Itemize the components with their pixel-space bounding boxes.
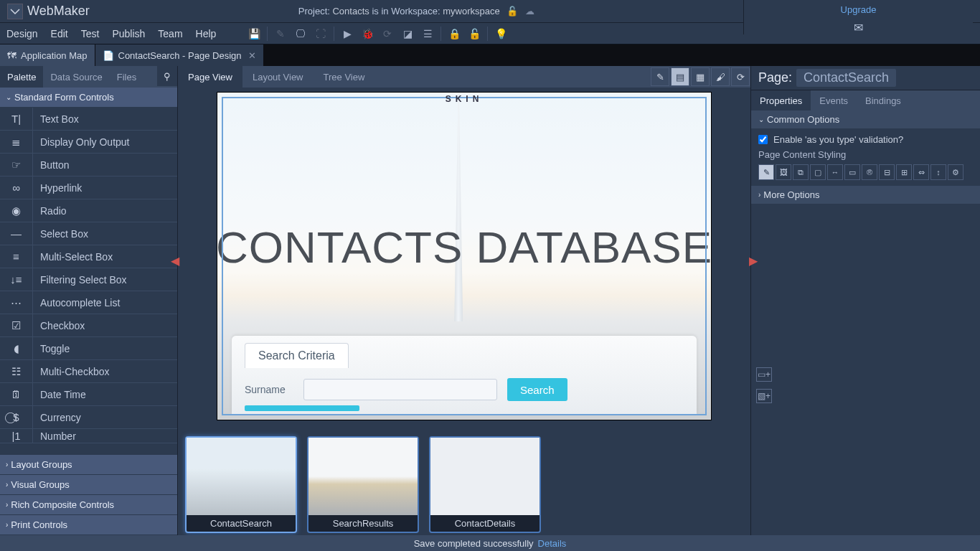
palette-section-rich-composite[interactable]: ›Rich Composite Controls <box>0 495 177 515</box>
control-button[interactable]: ☞Button <box>0 154 177 176</box>
right-tab-events[interactable]: Events <box>811 90 857 110</box>
control-multi-checkbox[interactable]: ☷Multi-Checkbox <box>0 360 177 383</box>
upgrade-link[interactable]: Upgrade <box>841 4 877 15</box>
control-date-time[interactable]: 🗓Date Time <box>0 383 177 406</box>
palette-section-visual-groups[interactable]: ›Visual Groups <box>0 475 177 495</box>
style-pencil-icon[interactable]: ✎ <box>758 164 774 180</box>
design-canvas[interactable]: SKIN CONTACTS DATABASE Search Criteria S… <box>217 92 712 420</box>
status-message: Save completed successfully <box>414 538 534 549</box>
tab-contact-search[interactable]: 📄 ContactSearch - Page Design ✕ <box>95 44 265 66</box>
unlock-icon[interactable]: 🔓 <box>507 6 518 17</box>
monitor-icon[interactable]: 🖵 <box>291 24 311 44</box>
debug-icon[interactable]: 🐞 <box>357 24 377 44</box>
page-thumbnail-strip: ContactSearch SearchResults ContactDetai… <box>178 433 750 535</box>
bulb-icon[interactable]: 💡 <box>491 24 511 44</box>
control-currency[interactable]: ⃝$Currency <box>0 406 177 429</box>
control-multi-select-box[interactable]: ≡Multi-Select Box <box>0 245 177 268</box>
style-varrow-icon[interactable]: ↕ <box>930 164 946 180</box>
right-tab-bindings[interactable]: Bindings <box>857 90 910 110</box>
styling-tool-row: ✎ 🖼 ⧉ ▢ ↔ ▭ ® ⊟ ⊞ ⇔ ↕ ⚙ <box>758 164 973 180</box>
status-details-link[interactable]: Details <box>538 538 567 549</box>
control-text-box[interactable]: T|Text Box <box>0 108 177 131</box>
server-icon[interactable]: ☰ <box>418 24 438 44</box>
palette-tool-icon[interactable]: ⚲ <box>157 66 177 86</box>
add-page-multi-icon[interactable]: ▧+ <box>756 389 772 403</box>
left-tab-palette[interactable]: Palette <box>0 66 43 88</box>
enable-validation-checkbox[interactable]: Enable 'as you type' validation? <box>758 134 973 145</box>
thumb-search-results[interactable]: SearchResults <box>307 436 419 533</box>
thumb-contact-details[interactable]: ContactDetails <box>429 436 541 533</box>
style-box-icon[interactable]: ▢ <box>810 164 826 180</box>
canvas-tool-edit-icon[interactable]: ✎ <box>651 67 669 86</box>
text-box-icon: T| <box>0 108 33 131</box>
play-icon[interactable]: ▶ <box>337 24 357 44</box>
lock-icon[interactable]: 🔒 <box>444 24 464 44</box>
style-rect-icon[interactable]: ▭ <box>844 164 860 180</box>
menu-team[interactable]: Team <box>151 28 189 39</box>
right-tab-properties[interactable]: Properties <box>751 90 811 110</box>
menu-publish[interactable]: Publish <box>105 28 151 39</box>
palette-section-print-controls[interactable]: ›Print Controls <box>0 515 177 535</box>
menu-edit[interactable]: Edit <box>44 28 75 39</box>
control-filtering-select-box[interactable]: ↓≡Filtering Select Box <box>0 268 177 291</box>
canvas-tool-layout2-icon[interactable]: ▦ <box>691 67 710 86</box>
style-copy-icon[interactable]: ⧉ <box>793 164 809 180</box>
search-button[interactable]: Search <box>507 378 567 401</box>
control-autocomplete-list[interactable]: ⋯Autocomplete List <box>0 291 177 314</box>
control-toggle[interactable]: ◖Toggle <box>0 337 177 360</box>
style-reg-icon[interactable]: ® <box>862 164 877 180</box>
control-display-only-output[interactable]: ≣Display Only Output <box>0 131 177 154</box>
control-checkbox[interactable]: ☑Checkbox <box>0 314 177 337</box>
style-plus-icon[interactable]: ⊞ <box>896 164 912 180</box>
prev-page-arrow-icon[interactable]: ◀ <box>171 254 179 268</box>
control-number[interactable]: |1Number <box>0 429 177 443</box>
palette-section-standard-form[interactable]: ⌄ Standard Form Controls <box>0 88 177 108</box>
menu-test[interactable]: Test <box>75 28 106 39</box>
chevron-right-icon: › <box>758 191 760 199</box>
close-icon[interactable]: ✕ <box>248 50 256 61</box>
palette-section-layout-groups[interactable]: ›Layout Groups <box>0 455 177 475</box>
view-tab-tree[interactable]: Tree View <box>314 66 375 88</box>
surname-input[interactable] <box>303 379 497 400</box>
view-tab-layout[interactable]: Layout View <box>242 66 314 88</box>
add-page-single-icon[interactable]: ▭+ <box>756 367 772 382</box>
style-gear-icon[interactable]: ⚙ <box>948 164 963 180</box>
unlock-icon-toolbar[interactable]: 🔓 <box>464 24 484 44</box>
menu-help[interactable]: Help <box>189 28 223 39</box>
prop-section-more-options[interactable]: › More Options <box>751 186 980 204</box>
filtering-select-icon: ↓≡ <box>0 268 33 291</box>
palette-control-list[interactable]: T|Text Box ≣Display Only Output ☞Button … <box>0 108 177 455</box>
chevron-down-icon: ⌄ <box>6 93 11 101</box>
skin-label[interactable]: SKIN <box>446 94 484 104</box>
cloud-icon[interactable]: ☁ <box>525 6 534 17</box>
thumb-contact-search[interactable]: ContactSearch <box>185 436 297 533</box>
style-arrows-icon[interactable]: ⇔ <box>913 164 929 180</box>
style-minus-icon[interactable]: ⊟ <box>879 164 895 180</box>
canvas-tool-refresh-icon[interactable]: ⟳ <box>731 67 750 86</box>
control-hyperlink[interactable]: ∞Hyperlink <box>0 176 177 199</box>
radio-icon: ◉ <box>0 199 33 222</box>
canvas-tool-brush-icon[interactable]: 🖌 <box>711 67 730 86</box>
secondary-button-strip[interactable] <box>245 405 359 411</box>
next-page-arrow-icon[interactable]: ▶ <box>749 254 758 268</box>
control-radio[interactable]: ◉Radio <box>0 199 177 222</box>
menu-design[interactable]: Design <box>0 28 44 39</box>
tab-application-map[interactable]: 🗺 Application Map <box>0 44 95 66</box>
validation-checkbox-input[interactable] <box>758 135 768 144</box>
prop-section-common-options[interactable]: ⌄ Common Options <box>751 110 980 128</box>
control-select-box[interactable]: —Select Box <box>0 222 177 245</box>
view-tab-page[interactable]: Page View <box>178 66 242 88</box>
search-criteria-header[interactable]: Search Criteria <box>245 343 349 368</box>
canvas-tool-layout1-icon[interactable]: ▤ <box>671 67 689 86</box>
refresh-icon[interactable]: ⟳ <box>377 24 397 44</box>
erase-icon[interactable]: ◪ <box>397 24 418 44</box>
mail-icon[interactable]: ✉ <box>854 21 863 34</box>
sitemap-icon[interactable]: ⛶ <box>311 24 331 44</box>
style-image-icon[interactable]: 🖼 <box>776 164 791 180</box>
left-tab-data-source[interactable]: Data Source <box>43 66 109 88</box>
app-logo-icon <box>7 4 23 19</box>
edit-icon[interactable]: ✎ <box>270 24 291 44</box>
style-harrow-icon[interactable]: ↔ <box>827 164 843 180</box>
save-icon[interactable]: 💾 <box>244 24 264 44</box>
left-tab-files[interactable]: Files <box>110 66 143 88</box>
